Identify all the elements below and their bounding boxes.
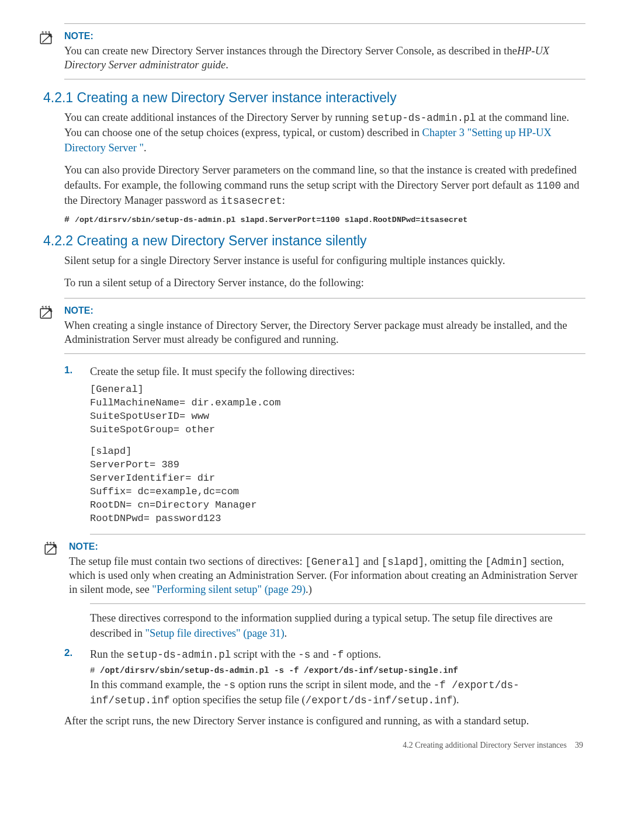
s2p2-mid2: option specifies the setup file ( — [170, 694, 306, 706]
s2p2-end: ). — [453, 694, 459, 706]
note-title: NOTE: — [69, 542, 585, 552]
s2p2-before: In this command example, the — [90, 679, 223, 690]
n3-mono3: [Admin] — [485, 556, 528, 568]
note-title: NOTE: — [64, 31, 585, 41]
s2-after: options. — [344, 648, 381, 660]
n3-after2: , omitting the — [424, 556, 485, 567]
step2-number: 2. — [64, 647, 72, 659]
s1p2-before: You can also provide Directory Server pa… — [64, 164, 577, 191]
s1p1-end: . — [144, 142, 147, 154]
note-block-1: NOTE: You can create new Directory Serve… — [64, 23, 585, 79]
note-content: NOTE: You can create new Directory Serve… — [64, 31, 585, 72]
s1p2-end: : — [282, 195, 285, 206]
note-body: The setup file must contain two sections… — [69, 554, 585, 597]
note-content: NOTE: The setup file must contain two se… — [69, 542, 585, 597]
section2-p1: Silent setup for a single Directory Serv… — [64, 254, 585, 269]
step2-command: # /opt/dirsrv/sbin/setup-ds-admin.pl -s … — [90, 666, 585, 675]
step1-snippet2: [slapd] ServerPort= 389 ServerIdentifier… — [90, 445, 585, 526]
note-icon — [39, 306, 54, 321]
note-block-3: NOTE: The setup file must contain two se… — [90, 534, 585, 605]
step-2: 2. Run the setup-ds-admin.pl script with… — [64, 647, 585, 708]
footer-section: 4.2 Creating additional Directory Server… — [403, 741, 567, 749]
step2-body: Run the setup-ds-admin.pl script with th… — [90, 647, 585, 662]
note1-text-after: . — [226, 59, 228, 71]
s1-hash: # — [64, 215, 75, 225]
step1-text: Create the setup file. It must specify t… — [90, 366, 355, 377]
section1-p2: You can also provide Directory Server pa… — [64, 163, 585, 209]
section1-command: # /opt/dirsrv/sbin/setup-ds-admin.pl sla… — [64, 215, 585, 225]
s2-before: Run the — [90, 648, 127, 660]
note-body: When creating a single instance of Direc… — [64, 318, 585, 346]
step1-snippet1: [General] FullMachineName= dir.example.c… — [90, 383, 585, 437]
s2-mono3: -f — [331, 649, 344, 661]
n3-end: .) — [306, 584, 312, 595]
section1-p1: You can create additional instances of t… — [64, 110, 585, 156]
step2-p2: In this command example, the -s option r… — [90, 678, 585, 708]
s1p1-mono: setup-ds-admin.pl — [372, 112, 476, 124]
s2p2-mid1: option runs the script in silent mode, a… — [235, 679, 434, 690]
step1-number: 1. — [64, 365, 72, 376]
n3-mono1: [General] — [305, 556, 360, 568]
n3-body1: The setup file must contain two sections… — [69, 556, 305, 567]
s1p2-mono1: 1100 — [536, 180, 561, 192]
n3-mono2: [slapd] — [382, 556, 425, 568]
section2-p2: To run a silent setup of a Directory Ser… — [64, 276, 585, 291]
steps-list: 1. Create the setup file. It must specif… — [64, 365, 585, 708]
s1p2-mono2: itsasecret — [221, 195, 282, 207]
s1-cmd-text: /opt/dirsrv/sbin/setup-ds-admin.pl slapd… — [75, 216, 467, 224]
note-icon-column — [43, 542, 65, 597]
s2p2-mono1: -s — [223, 679, 235, 691]
page-footer: 4.2 Creating additional Directory Server… — [64, 741, 585, 750]
s1p2-link[interactable]: "Setup file directives" (page 31) — [145, 627, 285, 639]
s2-mono2: -s — [298, 649, 310, 661]
note-icon-column — [39, 31, 61, 72]
s2-hash: # — [90, 666, 100, 675]
footer-page-number: 39 — [575, 741, 583, 749]
s2-cmd-text: /opt/dirsrv/sbin/setup-ds-admin.pl -s -f… — [100, 666, 458, 675]
s2-mono1: setup-ds-admin.pl — [127, 649, 231, 661]
step1-body: Create the setup file. It must specify t… — [90, 365, 585, 380]
heading-4-2-1: 4.2.1 Creating a new Directory Server in… — [43, 90, 585, 106]
n3-mid1: and — [360, 556, 382, 567]
s2p2-mono3: /export/ds-inf/setup.inf — [306, 695, 453, 706]
page: NOTE: You can create new Directory Serve… — [0, 0, 631, 768]
s2-mid2: and — [310, 648, 331, 660]
s2-mid1: script with the — [231, 648, 298, 660]
note-block-2: NOTE: When creating a single instance of… — [64, 298, 585, 354]
note-title: NOTE: — [64, 306, 585, 316]
s1p1-before: You can create additional instances of t… — [64, 112, 372, 123]
heading-4-2-2: 4.2.2 Creating a new Directory Server in… — [43, 233, 585, 249]
n3-link[interactable]: "Performing silent setup" (page 29) — [152, 584, 306, 595]
step1-p2: These directives correspond to the infor… — [90, 611, 585, 641]
closing-paragraph: After the script runs, the new Directory… — [64, 714, 585, 729]
note-icon-column — [39, 306, 61, 346]
note1-text-before: You can create new Directory Server inst… — [64, 45, 517, 57]
note-icon — [43, 542, 58, 557]
note-icon — [39, 31, 54, 46]
step-1: 1. Create the setup file. It must specif… — [64, 365, 585, 641]
note-body: You can create new Directory Server inst… — [64, 44, 585, 72]
s1p2-after: . — [285, 627, 287, 639]
note-content: NOTE: When creating a single instance of… — [64, 306, 585, 346]
